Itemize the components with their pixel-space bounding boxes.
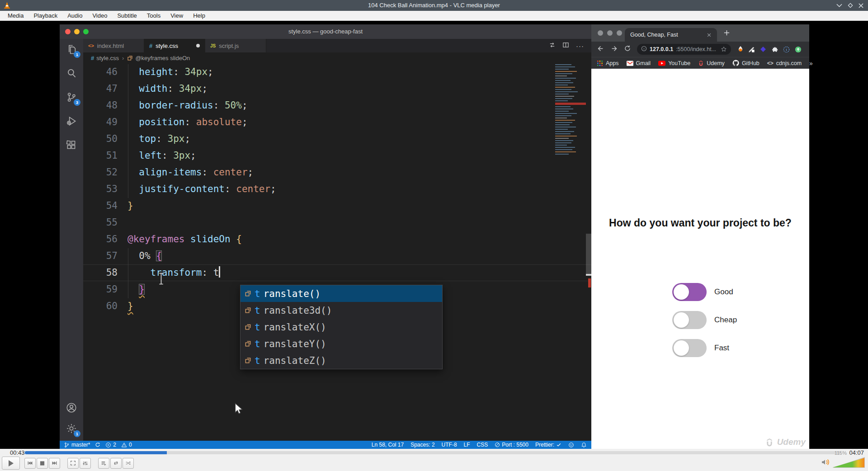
activity-extensions[interactable] [65,138,78,152]
extension-puzzle-icon[interactable] [771,46,778,53]
tab-style.css[interactable]: #style.css [144,39,205,52]
bookmarks-overflow-icon[interactable]: » [809,60,813,67]
status-feedback[interactable] [568,442,574,448]
activity-settings[interactable]: 1 [65,422,78,435]
activity-explorer[interactable]: 1 [65,42,78,56]
activity-account[interactable] [65,401,78,414]
code-line[interactable]: 53 justify-content: center; [83,181,591,198]
fullscreen-button[interactable] [67,458,79,469]
breadcrumb-item[interactable]: #style.css [91,55,119,61]
tab-index.html[interactable]: <>index.html [83,39,144,52]
loop-button[interactable] [110,458,122,469]
code-editor[interactable]: 46 height: 34px;47 width: 34px;48 border… [83,63,591,441]
status-utf-8[interactable]: UTF-8 [442,442,457,448]
code-line[interactable]: 52 align-items: center; [83,164,591,181]
status-css[interactable]: CSS [477,442,488,448]
toggle-good[interactable] [672,283,707,301]
toggle-cheap[interactable] [672,311,707,329]
suggestion-translateY[interactable]: translateY() [241,335,442,352]
code-line[interactable]: 54} [83,198,591,214]
activity-source-control[interactable]: 3 [65,90,78,104]
url-bar[interactable]: 127.0.0.1:5500/index.ht... [637,44,731,55]
breadcrumb[interactable]: #style.css›@keyframes slideOn [83,52,591,63]
bookmark-apps[interactable]: Apps [597,60,619,66]
suggestion-translateZ[interactable]: translateZ() [241,352,442,369]
code-line[interactable]: 56@keyframes slideOn { [83,231,591,248]
menu-video[interactable]: Video [87,11,112,21]
bookmark-udemy[interactable]: Udemy [698,60,725,66]
tab-script.js[interactable]: JSscript.js [205,39,266,52]
breadcrumb-item[interactable]: @keyframes slideOn [127,55,190,61]
mac-zoom-icon[interactable] [83,29,89,34]
code-line[interactable]: 57 0% { [83,248,591,264]
status-master[interactable]: master* [64,442,90,448]
mac-close-icon[interactable] [598,30,603,36]
close-icon[interactable] [859,3,863,8]
split-editor-icon[interactable] [562,42,569,50]
status-bell[interactable] [581,442,587,448]
speaker-icon[interactable] [821,458,830,468]
status-lf[interactable]: LF [464,442,470,448]
code-line[interactable]: 46 height: 34px; [83,64,591,80]
code-line[interactable]: 49 position: absolute; [83,114,591,131]
code-line[interactable]: 50 top: 3px; [83,131,591,147]
code-line[interactable]: 51 left: 3px; [83,147,591,164]
bookmark-github[interactable]: GitHub [732,60,760,66]
status-port-5500[interactable]: Port : 5500 [495,442,528,448]
tab-close-icon[interactable] [707,33,712,38]
suggestion-translate3d[interactable]: translate3d() [241,302,442,319]
bookmark-star-icon[interactable] [721,46,727,52]
status-2[interactable]: 2 [105,442,116,448]
suggestion-translateX[interactable]: translateX() [241,319,442,335]
menu-audio[interactable]: Audio [62,11,87,21]
activity-run-debug[interactable] [65,114,78,128]
unsaved-dot-icon[interactable] [196,44,200,47]
menu-media[interactable]: Media [3,11,28,21]
status-prettier[interactable]: Prettier: [535,442,561,448]
code-line[interactable]: 55 [83,214,591,231]
menu-view[interactable]: View [165,11,188,21]
more-actions-icon[interactable]: ··· [576,42,584,50]
bookmark-youtube[interactable]: YouTube [658,60,690,66]
volume-slider[interactable] [832,457,865,468]
mac-minimize-icon[interactable] [74,29,80,34]
status-sync[interactable] [95,442,100,447]
browser-tab[interactable]: Good, Cheap, Fast [625,28,717,42]
video-frame[interactable]: style.css — good-cheap-fast 131 <>index.… [0,21,868,449]
code-line[interactable]: 47 width: 34px; [83,80,591,97]
bookmark-gmail[interactable]: Gmail [627,60,651,66]
shuffle-button[interactable] [123,458,134,469]
suggestion-translate[interactable]: translate() [241,285,442,302]
playlist-button[interactable] [98,458,109,469]
equalizer-button[interactable] [80,458,91,469]
toggle-fast[interactable] [672,339,707,357]
activity-search[interactable] [65,66,78,80]
code-line[interactable]: 48 border-radius: 50%; [83,97,591,114]
mac-close-icon[interactable] [65,29,71,34]
seek-bar[interactable] [25,451,841,454]
extension-info-icon[interactable] [783,46,790,53]
maximize-icon[interactable] [848,3,853,8]
minimap[interactable] [555,64,586,200]
new-tab-icon[interactable] [723,29,730,38]
extension-green-icon[interactable] [795,46,802,53]
forward-icon[interactable] [610,45,618,54]
minimize-icon[interactable] [836,4,842,7]
extension-orange-icon[interactable] [738,46,743,52]
site-info-icon[interactable] [641,46,647,53]
extension-diamond-icon[interactable] [760,46,766,52]
next-button[interactable] [49,458,60,469]
mac-minimize-icon[interactable] [607,30,613,36]
open-changes-icon[interactable] [549,42,556,50]
menu-playback[interactable]: Playback [28,11,62,21]
mac-zoom-icon[interactable] [617,30,622,36]
status-ln-58-col-17[interactable]: Ln 58, Col 17 [372,442,404,448]
menu-subtitle[interactable]: Subtitle [112,11,142,21]
play-button[interactable] [2,457,20,470]
menu-tools[interactable]: Tools [142,11,165,21]
menu-help[interactable]: Help [188,11,210,21]
status-0[interactable]: 0 [121,442,132,448]
stop-button[interactable] [37,458,48,469]
previous-button[interactable] [24,458,36,469]
status-spaces-2[interactable]: Spaces: 2 [410,442,434,448]
